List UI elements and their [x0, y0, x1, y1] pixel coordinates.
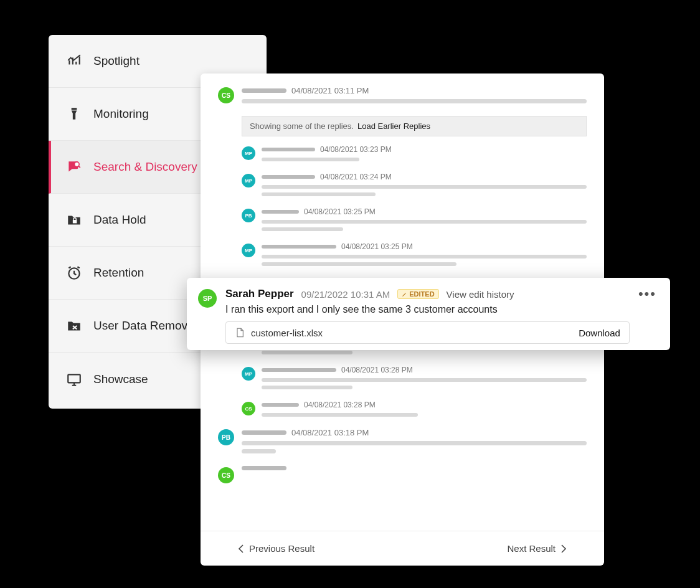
- avatar: PB: [242, 209, 255, 222]
- message-row[interactable]: CS: [218, 466, 587, 483]
- result-pager: Previous Result Next Result: [201, 531, 604, 566]
- chevron-left-icon: [238, 544, 244, 553]
- sidebar-item-label: Monitoring: [93, 107, 149, 121]
- name-placeholder: [262, 368, 336, 372]
- edited-badge: EDITED: [397, 289, 438, 299]
- text-placeholder: [262, 378, 587, 382]
- avatar: CS: [218, 467, 234, 483]
- avatar: PB: [218, 429, 234, 445]
- reply-row[interactable]: MP 04/08/2021 03:24 PM: [242, 173, 587, 200]
- reply-row[interactable]: PB 04/08/2021 03:25 PM: [242, 207, 587, 235]
- name-placeholder: [262, 403, 299, 407]
- replies-banner-text: Showing some of the replies.: [250, 121, 354, 131]
- avatar: MP: [242, 174, 255, 187]
- name-placeholder: [262, 148, 315, 151]
- name-placeholder: [262, 175, 315, 179]
- message-row[interactable]: PB 04/08/2021 03:18 PM: [218, 428, 587, 457]
- timestamp: 04/08/2021 03:25 PM: [304, 207, 376, 216]
- text-placeholder: [262, 185, 587, 189]
- timestamp: 04/08/2021 03:23 PM: [320, 145, 392, 154]
- reply-row[interactable]: [242, 351, 587, 358]
- timestamp: 04/08/2021 03:18 PM: [291, 428, 369, 437]
- reply-row[interactable]: MP 04/08/2021 03:23 PM: [242, 145, 587, 165]
- text-placeholder: [242, 449, 276, 453]
- file-icon: [235, 327, 245, 338]
- flashlight-icon: [66, 106, 82, 122]
- svg-point-0: [75, 162, 80, 167]
- timestamp: 04/08/2021 03:11 PM: [291, 86, 369, 95]
- text-placeholder: [262, 220, 587, 224]
- text-placeholder: [262, 227, 343, 231]
- text-placeholder: [262, 262, 456, 266]
- message-text: I ran this export and I only see the sam…: [225, 304, 630, 315]
- text-placeholder: [242, 99, 587, 103]
- text-placeholder: [262, 386, 352, 389]
- next-result-button[interactable]: Next Result: [507, 543, 567, 554]
- prev-label: Previous Result: [249, 543, 315, 554]
- timestamp: 04/08/2021 03:25 PM: [341, 242, 413, 251]
- avatar: MP: [242, 146, 255, 160]
- reply-row[interactable]: MP 04/08/2021 03:25 PM: [242, 242, 587, 270]
- message-row[interactable]: CS 04/08/2021 03:11 PM: [218, 86, 587, 107]
- chevron-right-icon: [560, 544, 567, 553]
- alarm-clock-icon: [66, 265, 82, 281]
- highlighted-message-card: SP Sarah Pepper 09/21/2022 10:31 AM EDIT…: [187, 278, 670, 350]
- folder-delete-icon: [66, 318, 82, 334]
- reply-row[interactable]: MP 04/08/2021 03:28 PM: [242, 366, 587, 393]
- reply-row[interactable]: CS 04/08/2021 03:28 PM: [242, 401, 587, 420]
- timestamp: 04/08/2021 03:28 PM: [304, 401, 376, 409]
- name-placeholder: [242, 466, 286, 470]
- svg-rect-4: [68, 374, 80, 382]
- name-placeholder: [242, 88, 286, 93]
- name-placeholder: [242, 430, 286, 435]
- avatar: MP: [242, 244, 255, 257]
- text-placeholder: [262, 351, 352, 354]
- previous-result-button[interactable]: Previous Result: [238, 543, 315, 554]
- sidebar-item-label: Spotlight: [93, 54, 140, 68]
- avatar: SP: [198, 289, 217, 308]
- sidebar-item-label: Retention: [93, 266, 144, 280]
- text-placeholder: [262, 255, 587, 258]
- sidebar-item-label: Data Hold: [93, 213, 146, 227]
- folder-lock-icon: [66, 212, 82, 228]
- avatar: CS: [242, 402, 255, 415]
- avatar: MP: [242, 367, 255, 381]
- pencil-icon: [402, 292, 407, 297]
- view-edit-history-link[interactable]: View edit history: [447, 289, 514, 300]
- timestamp: 09/21/2022 10:31 AM: [301, 289, 390, 300]
- next-label: Next Result: [507, 543, 556, 554]
- download-button[interactable]: Download: [579, 328, 620, 338]
- text-placeholder: [262, 158, 359, 161]
- text-placeholder: [242, 441, 587, 445]
- text-placeholder: [262, 192, 376, 196]
- sidebar-item-label: User Data Removal: [93, 319, 197, 333]
- edited-label: EDITED: [409, 290, 434, 298]
- sidebar-item-label: Showcase: [93, 372, 148, 386]
- author-name: Sarah Pepper: [225, 288, 294, 300]
- attachment-row: customer-list.xlsx Download: [225, 321, 630, 344]
- timestamp: 04/08/2021 03:28 PM: [341, 366, 413, 374]
- file-name: customer-list.xlsx: [251, 328, 572, 338]
- spotlight-icon: [66, 53, 82, 69]
- monitor-icon: [66, 371, 82, 387]
- svg-line-1: [78, 166, 80, 168]
- sidebar-item-label: Search & Discovery: [93, 160, 197, 174]
- svg-rect-2: [73, 220, 77, 223]
- timestamp: 04/08/2021 03:24 PM: [320, 173, 392, 181]
- text-placeholder: [262, 413, 418, 417]
- overflow-menu-button[interactable]: •••: [638, 290, 656, 339]
- name-placeholder: [262, 210, 299, 214]
- load-earlier-replies-link[interactable]: Load Earlier Replies: [357, 121, 430, 131]
- search-chat-icon: [66, 159, 82, 175]
- avatar: CS: [218, 87, 234, 103]
- load-earlier-replies-banner[interactable]: Showing some of the replies. Load Earlie…: [242, 116, 587, 136]
- name-placeholder: [262, 245, 336, 249]
